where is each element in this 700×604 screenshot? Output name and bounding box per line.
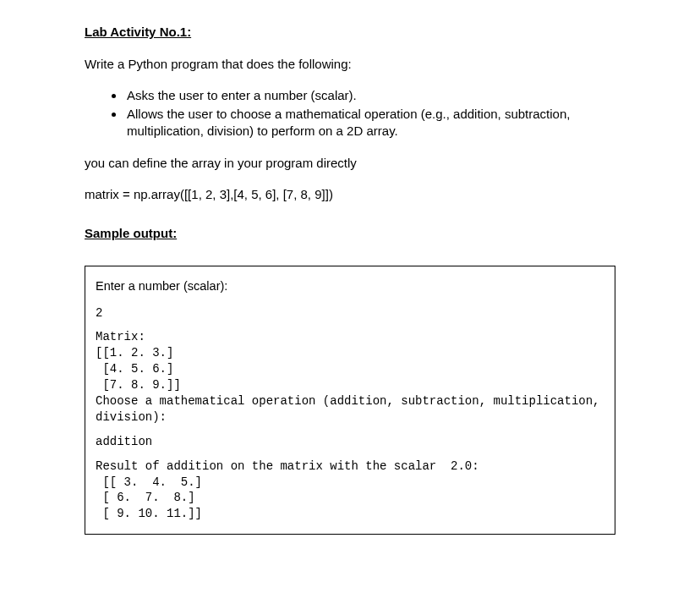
list-item: Allows the user to choose a mathematical… [125,106,615,140]
intro-paragraph: Write a Python program that does the fol… [85,56,615,73]
matrix-output: Matrix: [[1. 2. 3.] [4. 5. 6.] [7. 8. 9.… [96,329,604,425]
matrix-definition: matrix = np.array([[1, 2, 3],[4, 5, 6], … [85,186,615,203]
list-item: Asks the user to enter a number (scalar)… [125,87,615,104]
operation-input: addition [96,434,604,450]
result-output: Result of addition on the matrix with th… [96,458,604,523]
sample-output-title: Sample output: [85,225,615,242]
bullet-list: Asks the user to enter a number (scalar)… [125,87,615,140]
scalar-prompt: Enter a number (scalar): [96,278,604,295]
note-paragraph: you can define the array in your program… [85,155,615,172]
scalar-value: 2 [96,305,604,321]
lab-activity-title: Lab Activity No.1: [85,24,615,41]
sample-output-box: Enter a number (scalar): 2 Matrix: [[1. … [85,266,615,535]
